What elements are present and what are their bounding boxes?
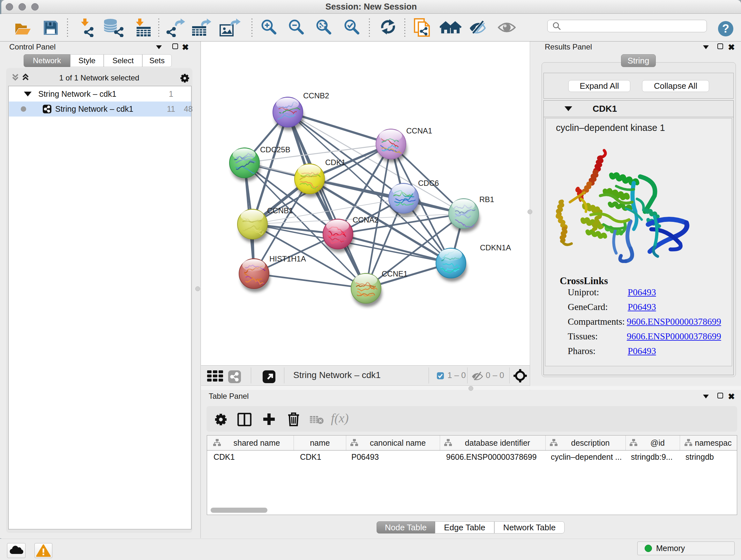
svg-text:HIST1H1A: HIST1H1A [269, 254, 306, 263]
svg-text:CCNA2: CCNA2 [353, 215, 379, 224]
svg-text:CCNB2: CCNB2 [303, 91, 329, 100]
svg-text:CCNE1: CCNE1 [382, 269, 408, 278]
svg-text:CCNB1: CCNB1 [267, 206, 293, 215]
svg-text:CDK1: CDK1 [325, 158, 346, 167]
svg-text:RB1: RB1 [479, 195, 494, 204]
svg-text:CDC25B: CDC25B [260, 145, 290, 154]
svg-text:CCNA1: CCNA1 [406, 126, 432, 135]
svg-text:CDKN1A: CDKN1A [480, 243, 511, 252]
svg-text:CDC6: CDC6 [418, 179, 439, 187]
